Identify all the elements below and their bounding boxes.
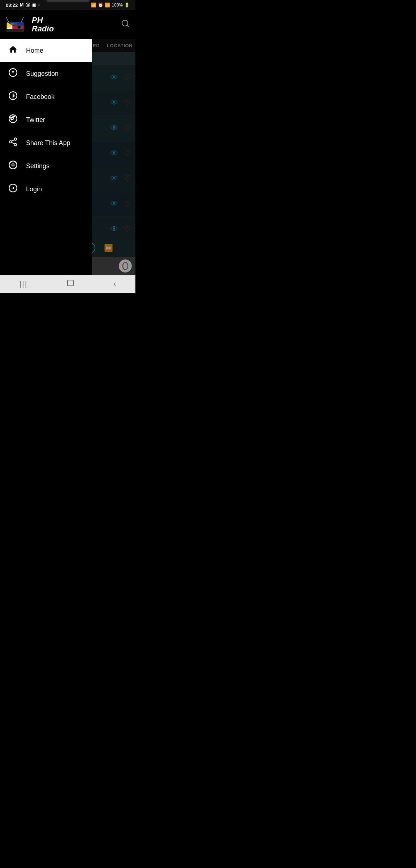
battery-icon: 🔋 [124,3,130,8]
menu-label-share: Share This App [26,139,70,147]
time: 03:22 [6,3,18,8]
drawer-header: PH Radio [0,10,92,39]
svg-line-24 [6,17,9,22]
menu-label-facebook: Facebook [26,93,55,101]
svg-point-22 [18,26,21,28]
menu-label-settings: Settings [26,162,49,170]
wifi-icon: 📶 [91,3,96,8]
svg-line-23 [21,17,23,22]
drawer-logo-text: PH Radio [32,16,54,33]
svg-point-20 [8,24,10,27]
svg-point-33 [9,141,12,143]
svg-point-31 [9,115,17,123]
bottom-nav: ||| ‹ [0,275,135,293]
svg-point-38 [12,164,14,166]
menu-item-suggestion[interactable]: Suggestion [0,62,92,85]
alarm-icon: ⏰ [98,3,103,8]
home-icon [7,45,19,56]
svg-rect-26 [11,23,14,24]
share-icon [7,137,19,149]
notch [46,0,90,2]
svg-line-36 [12,140,14,141]
menu-item-login[interactable]: Login [0,178,92,201]
navigation-drawer: PH Radio Home [0,10,92,275]
facebook-icon [7,91,19,102]
back-nav-button[interactable]: ‹ [113,279,116,289]
gmail-icon: M [20,3,23,8]
drawer-logo-icon [4,16,26,33]
svg-point-34 [14,143,17,146]
menu-nav-button[interactable]: ||| [19,279,27,289]
status-right: 📶 ⏰ 📶 100% 🔋 [91,3,130,8]
menu-item-twitter[interactable]: Twitter [0,108,92,131]
drawer-logo: PH Radio [4,16,54,33]
menu-item-settings[interactable]: Settings [0,154,92,178]
menu-label-suggestion: Suggestion [26,70,58,78]
menu-item-facebook[interactable]: Facebook [0,85,92,108]
svg-point-32 [14,138,17,140]
main-container: PH Radio FEATURED LOCATION S [0,10,135,275]
menu-label-login: Login [26,186,42,193]
svg-line-35 [12,143,14,144]
home-nav-button[interactable] [66,279,75,289]
menu-label-twitter: Twitter [26,116,45,124]
settings-icon [7,160,19,172]
gallery-icon: ▣ [32,3,36,8]
signal-icon: 📶 [105,3,110,8]
menu-label-home: Home [26,47,43,54]
menu-item-share[interactable]: Share This App [0,131,92,154]
twitter-icon [7,114,19,126]
dot-icon: • [38,3,40,7]
messenger-icon: ⓪ [26,2,30,8]
suggestion-icon [7,68,19,79]
battery-text: 100% [112,3,123,8]
menu-item-home[interactable]: Home [0,39,92,62]
login-icon [7,183,19,195]
status-left: 03:22 M ⓪ ▣ • [6,2,40,8]
svg-rect-41 [68,280,73,286]
status-bar: 03:22 M ⓪ ▣ • 📶 ⏰ 📶 100% 🔋 [0,0,135,10]
drawer-menu: Home Suggestion [0,39,92,275]
